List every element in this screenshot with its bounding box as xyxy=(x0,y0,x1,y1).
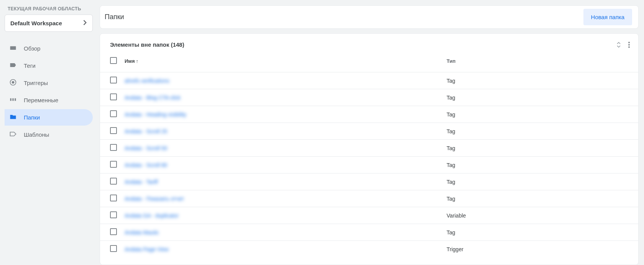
table-row: Andata - Heading visibilityTag xyxy=(100,106,638,123)
column-header-type[interactable]: Тип xyxy=(447,53,638,72)
workspace-selector[interactable]: Default Workspace xyxy=(5,15,93,32)
item-type: Tag xyxy=(447,78,455,84)
table-row: Andata - Scroll 50Tag xyxy=(100,140,638,157)
workspace-label: ТЕКУЩАЯ РАБОЧАЯ ОБЛАСТЬ xyxy=(5,5,93,15)
nav-label: Триггеры xyxy=(24,80,48,86)
svg-point-7 xyxy=(628,44,630,46)
item-type: Variable xyxy=(447,213,466,219)
nav-item-tags[interactable]: Теги xyxy=(5,57,93,74)
item-name-link[interactable]: Andata - Scroll 80 xyxy=(125,162,167,168)
page-header-card: Папки Новая папка xyxy=(100,5,639,29)
item-name-link[interactable]: Andata Page View xyxy=(125,246,169,252)
item-type: Tag xyxy=(447,111,455,118)
svg-point-2 xyxy=(12,81,15,84)
row-checkbox[interactable] xyxy=(110,228,117,235)
item-name-link[interactable]: Andata - Blog CTA click xyxy=(125,95,181,101)
item-name-link[interactable]: Andata - Показать отчет xyxy=(125,196,184,202)
tag-icon xyxy=(9,61,17,70)
item-type: Trigger xyxy=(447,246,463,252)
table-row: Andata Page ViewTrigger xyxy=(100,241,638,258)
item-type: Tag xyxy=(447,128,455,134)
more-options-icon[interactable] xyxy=(628,42,630,48)
svg-rect-0 xyxy=(10,46,16,50)
item-type: Tag xyxy=(447,145,455,151)
table-row: Andata MauticTag xyxy=(100,224,638,241)
item-name-link[interactable]: Andata - Scroll 50 xyxy=(125,145,167,151)
nav-item-templates[interactable]: Шаблоны xyxy=(5,126,93,143)
row-checkbox[interactable] xyxy=(110,144,117,151)
item-type: Tag xyxy=(447,229,455,236)
chevron-right-icon xyxy=(83,20,87,26)
section-title: Элементы вне папок (148) xyxy=(110,41,184,48)
item-type: Tag xyxy=(447,162,455,168)
table-row: ahrefs verificationsTag xyxy=(100,72,638,89)
svg-rect-3 xyxy=(10,98,12,101)
row-checkbox[interactable] xyxy=(110,245,117,252)
row-checkbox[interactable] xyxy=(110,77,117,83)
workspace-name: Default Workspace xyxy=(10,20,62,26)
item-type: Tag xyxy=(447,179,455,185)
dashboard-icon xyxy=(9,44,17,53)
table-row: Andata - TariffTag xyxy=(100,173,638,190)
nav-item-variables[interactable]: Переменные xyxy=(5,92,93,108)
row-checkbox[interactable] xyxy=(110,178,117,185)
nav-label: Переменные xyxy=(24,97,58,103)
svg-point-6 xyxy=(628,42,630,43)
item-name-link[interactable]: ahrefs verifications xyxy=(125,78,169,84)
table-row: Andata - Blog CTA clickTag xyxy=(100,89,638,106)
svg-rect-5 xyxy=(15,98,16,101)
row-checkbox[interactable] xyxy=(110,161,117,168)
nav-item-folders[interactable]: Папки xyxy=(5,109,93,126)
unfiled-items-card: Элементы вне папок (148) Имя↑ xyxy=(100,33,639,265)
row-checkbox[interactable] xyxy=(110,110,117,117)
row-checkbox[interactable] xyxy=(110,211,117,218)
item-name-link[interactable]: Andata - Tariff xyxy=(125,179,158,185)
item-type: Tag xyxy=(447,95,455,101)
table-row: Andata - Scroll 25Tag xyxy=(100,123,638,140)
items-table: Имя↑ Тип ahrefs verificationsTagAndata -… xyxy=(100,53,638,257)
nav-item-triggers[interactable]: Триггеры xyxy=(5,75,93,91)
item-type: Tag xyxy=(447,196,455,202)
new-folder-button[interactable]: Новая папка xyxy=(583,9,632,25)
table-row: Andata - Scroll 80Tag xyxy=(100,157,638,173)
row-checkbox[interactable] xyxy=(110,127,117,134)
item-name-link[interactable]: Andata - Scroll 25 xyxy=(125,128,167,134)
nav-label: Обзор xyxy=(24,45,40,52)
svg-rect-4 xyxy=(12,98,13,101)
collapse-icon[interactable] xyxy=(616,42,621,48)
nav-label: Папки xyxy=(24,114,40,121)
nav-label: Шаблоны xyxy=(24,131,49,138)
trigger-icon xyxy=(9,79,17,87)
main-content: Папки Новая папка Элементы вне папок (14… xyxy=(100,0,644,265)
template-icon xyxy=(9,130,17,139)
svg-point-8 xyxy=(628,46,630,48)
sidebar: ТЕКУЩАЯ РАБОЧАЯ ОБЛАСТЬ Default Workspac… xyxy=(0,0,100,265)
nav-label: Теги xyxy=(24,62,36,69)
sort-ascending-icon: ↑ xyxy=(136,58,139,64)
row-checkbox[interactable] xyxy=(110,93,117,100)
variable-icon xyxy=(9,96,17,105)
page-title: Папки xyxy=(105,13,124,21)
nav-item-overview[interactable]: Обзор xyxy=(5,40,93,57)
table-row: Andata GA - duplicatorVariable xyxy=(100,207,638,224)
folder-icon xyxy=(9,113,17,122)
row-checkbox[interactable] xyxy=(110,195,117,201)
item-name-link[interactable]: Andata GA - duplicator xyxy=(125,213,179,219)
table-row: Andata - Показать отчетTag xyxy=(100,190,638,207)
column-header-name[interactable]: Имя↑ xyxy=(125,53,447,72)
nav-list: Обзор Теги Триггеры Переменные xyxy=(5,40,93,143)
select-all-checkbox[interactable] xyxy=(110,57,117,64)
item-name-link[interactable]: Andata Mautic xyxy=(125,229,159,236)
item-name-link[interactable]: Andata - Heading visibility xyxy=(125,111,186,118)
